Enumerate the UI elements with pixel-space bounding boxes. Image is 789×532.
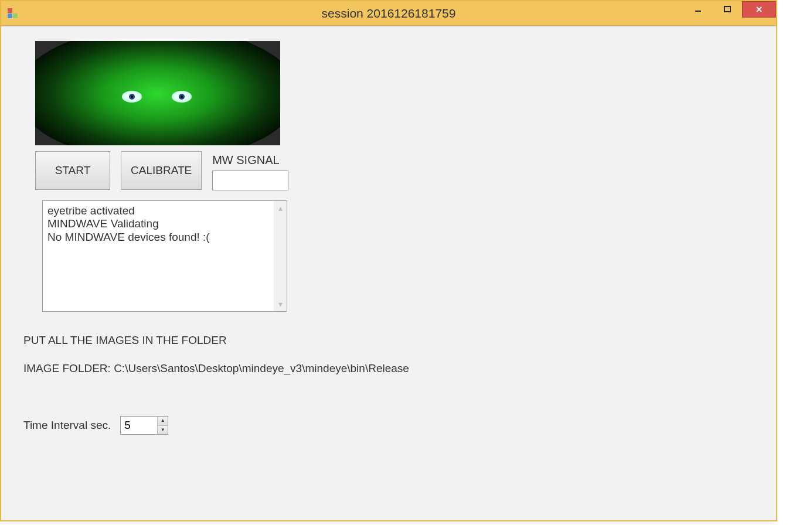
mw-signal-input[interactable] [212,170,288,190]
mw-signal-group: MW SIGNAL [212,154,288,190]
start-button[interactable]: START [35,151,110,190]
window-title: session 2016126181759 [322,6,456,21]
eye-visual [35,41,280,145]
maximize-icon [723,5,732,13]
calibrate-button[interactable]: CALIBRATE [121,151,202,190]
svg-point-5 [35,41,280,145]
time-interval-label: Time Interval sec. [23,419,111,432]
log-scrollbar[interactable]: ▴ ▾ [274,201,287,311]
window-controls [683,1,776,19]
instruction-text: PUT ALL THE IMAGES IN THE FOLDER [23,334,227,347]
maximize-button[interactable] [713,1,742,18]
image-folder-label: IMAGE FOLDER: C:\Users\Santos\Desktop\mi… [23,362,409,375]
svg-point-11 [181,96,183,98]
close-button[interactable] [742,1,776,18]
svg-point-8 [131,96,133,98]
scroll-up-icon: ▴ [278,203,283,213]
time-interval-input[interactable] [121,417,157,434]
log-textbox[interactable]: eyetribe activated MINDWAVE Validating N… [42,200,287,312]
app-icon [7,8,18,19]
mw-signal-label: MW SIGNAL [212,154,288,167]
client-area: START CALIBRATE MW SIGNAL eyetribe activ… [1,26,776,520]
log-content: eyetribe activated MINDWAVE Validating N… [43,201,274,311]
spin-up-button[interactable]: ▲ [158,417,168,426]
app-window: session 2016126181759 [0,0,777,521]
minimize-icon [694,5,702,13]
titlebar: session 2016126181759 [1,1,776,26]
scroll-down-icon: ▾ [278,299,283,309]
close-icon [755,5,763,13]
time-interval-row: Time Interval sec. ▲ ▼ [23,416,168,435]
time-interval-spinner: ▲ ▼ [157,417,168,434]
svg-rect-1 [725,6,730,12]
spin-down-button[interactable]: ▼ [158,426,168,435]
eyes-icon [35,41,280,145]
toolbar: START CALIBRATE MW SIGNAL [35,151,288,190]
minimize-button[interactable] [683,1,713,18]
time-interval-stepper[interactable]: ▲ ▼ [120,416,168,435]
